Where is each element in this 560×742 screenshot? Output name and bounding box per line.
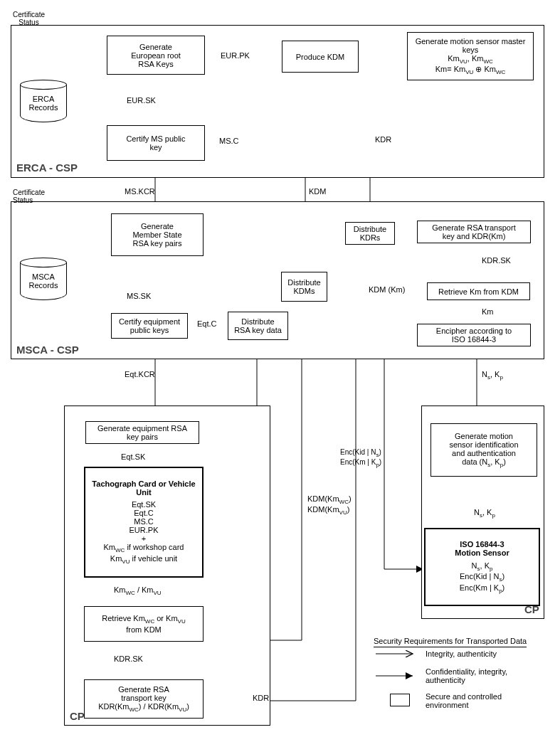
erca-records-db: ERCA Records — [20, 80, 67, 122]
lbl-kdr: KDR — [375, 135, 391, 144]
legend-integrity: Integrity, authenticity — [426, 650, 497, 658]
lbl-km: Km — [482, 307, 494, 316]
legend-confidentiality: Confidentiality, integrity, authenticity — [426, 667, 507, 684]
legend-title: Security Requirements for Transported Da… — [374, 637, 527, 647]
gen-ms-keys-box: Generate Member State RSA key pairs — [111, 213, 204, 256]
produce-kdm-box: Produce KDM — [282, 41, 359, 73]
gen-rsa-transport-left-box: Generate RSA transport key KDR(KmWC) / K… — [84, 679, 204, 719]
legend-secure-box — [390, 694, 410, 706]
distribute-kdrs-box: Distribute KDRs — [345, 222, 395, 245]
distribute-rsa-box: Distribute RSA key data — [228, 312, 288, 340]
distribute-kdms-box: Distribute KDMs — [281, 272, 327, 302]
lbl-eqt-kcr: Eqt.KCR — [125, 370, 155, 378]
gen-rsa-transport-box: Generate RSA transport key and KDR(Km) — [417, 221, 531, 243]
lbl-kdm-km: KDM (Km) — [369, 285, 405, 294]
lbl-kdr-2: KDR — [253, 694, 269, 702]
msca-records-db: MSCA Records — [20, 258, 67, 300]
erca-frame-label: ERCA - CSP — [16, 161, 78, 174]
gen-motion-id-box: Generate motionsensor identificationand … — [430, 423, 537, 477]
km-formula: KmVU, KmWC — [448, 54, 493, 65]
retrieve-km-left-box: Retrieve KmWC or KmVUfrom KDM — [84, 606, 204, 642]
lbl-kdm: KDM — [309, 187, 326, 196]
legend-secure: Secure and controlled environment — [426, 692, 502, 709]
lbl-eur-pk: EUR.PK — [221, 51, 250, 60]
certify-eq-keys-box: Certify equipment public keys — [111, 313, 188, 339]
km-xor: Km= KmVU ⊕ KmWC — [435, 65, 506, 75]
gen-motion-master-box: Generate motion sensor master keys KmVU,… — [407, 32, 534, 80]
erca-certificate-status-label: CertificateStatus — [13, 11, 45, 26]
lbl-kdm-km-group: KDM(KmWC)KDM(KmVU) — [307, 494, 352, 516]
tacho-box: Tachograph Card or Vehicle Unit Eqt.SK E… — [84, 467, 204, 578]
encipher-box: Encipher according to ISO 16844-3 — [417, 324, 531, 346]
lbl-ms-sk: MS.SK — [127, 292, 151, 300]
lbl-eqt-sk: Eqt.SK — [121, 452, 145, 461]
lbl-ms-kcr: MS.KCR — [125, 187, 155, 196]
certify-ms-key-box: Certify MS public key — [107, 125, 205, 161]
lbl-ms-c: MS.C — [219, 137, 239, 145]
msca-certificate-status-label: CertificateStatus — [13, 189, 45, 204]
lbl-km-wc-vu: KmWC / KmVU — [114, 585, 162, 596]
lbl-kdr-sk-2: KDR.SK — [114, 654, 143, 663]
lbl-eqt-c: Eqt.C — [197, 319, 217, 328]
lbl-ns-kp-2: Ns, Kp — [474, 508, 495, 519]
iso-motion-sensor-box: ISO 16844-3 Motion Sensor Ns, Kp Enc(Kid… — [424, 528, 540, 606]
gen-root-keys-box: Generate European root RSA Keys — [107, 36, 205, 75]
lbl-kdr-sk-1: KDR.SK — [482, 256, 511, 265]
cp-left-label: CP — [70, 710, 85, 722]
retrieve-km-box: Retrieve Km from KDM — [427, 282, 530, 300]
lbl-eur-sk: EUR.SK — [127, 96, 156, 105]
gen-eq-pairs-box: Generate equipment RSA key pairs — [85, 421, 199, 444]
msca-frame-label: MSCA - CSP — [16, 344, 79, 356]
lbl-ns-kp-1: Ns, Kp — [482, 370, 503, 381]
lbl-enc-group: Enc(Kid | Ns)Enc(Km | Kp) — [340, 448, 381, 468]
